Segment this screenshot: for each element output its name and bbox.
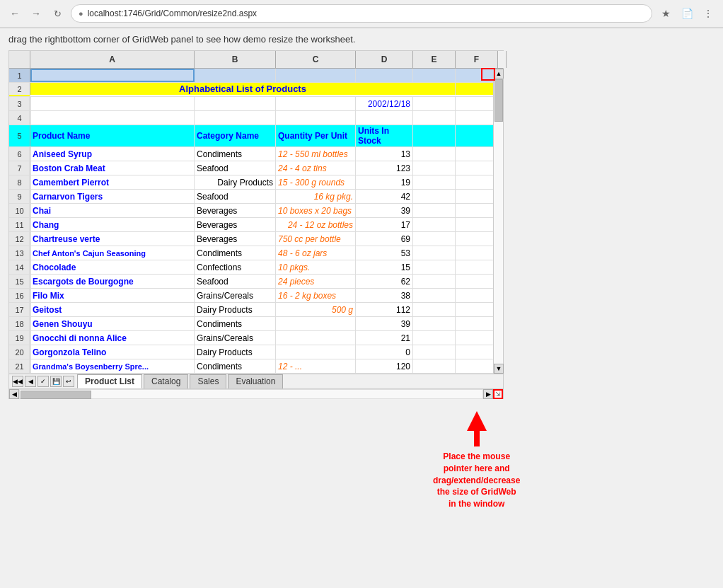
col-header-e[interactable]: E xyxy=(413,51,456,68)
tab-sales[interactable]: Sales xyxy=(190,374,226,388)
scroll-down-arrow[interactable]: ▼ xyxy=(494,364,504,374)
table-row: 14 Chocolade Confections 10 pkgs. 15 xyxy=(9,260,493,275)
cell-e xyxy=(413,218,456,231)
cell-category: Seafood xyxy=(195,161,276,175)
check-button[interactable]: ✓ xyxy=(37,376,49,387)
cell-product[interactable]: Chocolade xyxy=(30,260,195,274)
row-num: 18 xyxy=(9,317,30,330)
table-row: 8 Camembert Pierrot Dairy Products 15 - … xyxy=(9,175,493,190)
cell-c1[interactable] xyxy=(276,69,356,82)
row-num: 12 xyxy=(9,232,30,246)
table-row: 13 Chef Anton's Cajun Seasoning Condimen… xyxy=(9,246,493,260)
cell-product[interactable]: Camembert Pierrot xyxy=(30,175,195,189)
pdf-button[interactable]: 📄 xyxy=(678,4,696,23)
cell-units: 42 xyxy=(356,190,413,203)
resize-handle[interactable]: ⇲ xyxy=(493,389,503,399)
header-category: Category Name xyxy=(195,125,276,146)
scroll-track[interactable] xyxy=(494,79,503,364)
table-row: 20 Gorgonzola Telino Dairy Products 0 xyxy=(9,345,493,359)
cell-product[interactable]: Filo Mix xyxy=(30,289,195,302)
cell-category: Dairy Products xyxy=(195,345,276,359)
table-row: 21 Grandma's Boysenberry Spre... Condime… xyxy=(9,359,493,374)
cell-units: 39 xyxy=(356,317,413,330)
cell-d1[interactable] xyxy=(356,69,413,82)
cell-b4 xyxy=(195,111,276,125)
col-header-f[interactable]: F xyxy=(456,51,498,68)
cell-qty: 500 g xyxy=(276,303,356,316)
reload-button[interactable]: ↻ xyxy=(48,4,66,23)
row-num: 9 xyxy=(9,190,30,203)
cell-f1[interactable] xyxy=(456,69,493,82)
row-num: 14 xyxy=(9,260,30,274)
cell-product[interactable]: Grandma's Boysenberry Spre... xyxy=(30,359,195,373)
row-num: 17 xyxy=(9,303,30,316)
cell-e1[interactable] xyxy=(413,69,456,82)
cell-product[interactable]: Chai xyxy=(30,204,195,217)
cell-f xyxy=(456,175,493,189)
cell-product[interactable]: Escargots de Bourgogne xyxy=(30,275,195,288)
h-scroll-thumb[interactable] xyxy=(21,391,91,399)
cell-e5 xyxy=(413,125,456,146)
first-sheet-button[interactable]: ◀◀ xyxy=(12,376,23,387)
cell-product[interactable]: Gorgonzola Telino xyxy=(30,345,195,359)
cell-product[interactable]: Geitost xyxy=(30,303,195,316)
cell-e xyxy=(413,303,456,316)
horizontal-scrollbar[interactable]: ◀ ▶ ⇲ xyxy=(9,388,503,398)
save-button[interactable]: 💾 xyxy=(50,376,62,387)
scroll-right-arrow[interactable]: ▶ xyxy=(483,389,493,399)
cell-product[interactable]: Aniseed Syrup xyxy=(30,147,195,161)
col-header-a[interactable]: A xyxy=(30,51,195,68)
tab-evaluation[interactable]: Evaluation xyxy=(228,374,283,388)
cell-qty xyxy=(276,317,356,330)
cell-f xyxy=(456,190,493,203)
tab-catalog[interactable]: Catalog xyxy=(144,374,188,388)
col-header-b[interactable]: B xyxy=(195,51,276,68)
undo-button[interactable]: ↩ xyxy=(63,376,74,387)
row-num: 15 xyxy=(9,275,30,288)
col-header-c[interactable]: C xyxy=(276,51,356,68)
menu-button[interactable]: ⋮ xyxy=(699,4,717,23)
scroll-up-arrow[interactable]: ▲ xyxy=(494,69,504,79)
prev-sheet-button[interactable]: ◀ xyxy=(25,376,36,387)
row-num: 20 xyxy=(9,345,30,359)
cell-a1[interactable] xyxy=(30,69,195,82)
cell-product[interactable]: Chartreuse verte xyxy=(30,232,195,246)
cell-qty: 10 boxes x 20 bags xyxy=(276,204,356,217)
col-header-row xyxy=(9,51,30,68)
table-row: 18 Genen Shouyu Condiments 39 xyxy=(9,317,493,331)
page-content: drag the rightbottom corner of GridWeb p… xyxy=(0,28,723,405)
cell-category: Seafood xyxy=(195,275,276,288)
cell-category: Condiments xyxy=(195,359,276,373)
cell-product[interactable]: Genen Shouyu xyxy=(30,317,195,330)
cell-f xyxy=(456,204,493,217)
cell-product[interactable]: Carnarvon Tigers xyxy=(30,190,195,203)
scroll-thumb[interactable] xyxy=(494,79,503,122)
cell-e xyxy=(413,175,456,189)
col-header-d[interactable]: D xyxy=(356,51,413,68)
cell-product[interactable]: Boston Crab Meat xyxy=(30,161,195,175)
cell-qty xyxy=(276,331,356,345)
forward-button[interactable]: → xyxy=(27,4,45,23)
bookmark-button[interactable]: ★ xyxy=(657,4,675,23)
cell-product[interactable]: Chang xyxy=(30,218,195,231)
cell-product[interactable]: Chef Anton's Cajun Seasoning xyxy=(30,246,195,260)
table-row: 4 xyxy=(9,111,493,125)
grid-wrapper: A B C D E F 1 xyxy=(8,50,504,399)
scroll-left-arrow[interactable]: ◀ xyxy=(9,389,19,399)
cell-a3 xyxy=(30,97,195,110)
cell-category: Beverages xyxy=(195,218,276,231)
cell-qty: 24 pieces xyxy=(276,275,356,288)
cell-f xyxy=(456,246,493,260)
tab-product-list[interactable]: Product List xyxy=(77,374,142,388)
back-button[interactable]: ← xyxy=(6,4,24,23)
cell-units: 17 xyxy=(356,218,413,231)
address-bar[interactable]: ● localhost:1746/Grid/Common/resize2nd.a… xyxy=(71,4,652,23)
header-qty: Quantity Per Unit xyxy=(276,125,356,146)
cell-b1[interactable] xyxy=(195,69,276,82)
h-scroll-track[interactable] xyxy=(19,389,483,399)
cell-e3 xyxy=(413,97,456,110)
cell-qty: 750 cc per bottle xyxy=(276,232,356,246)
cell-product[interactable]: Gnocchi di nonna Alice xyxy=(30,331,195,345)
vertical-scrollbar[interactable]: ▲ ▼ xyxy=(493,69,503,374)
cell-f xyxy=(456,260,493,274)
